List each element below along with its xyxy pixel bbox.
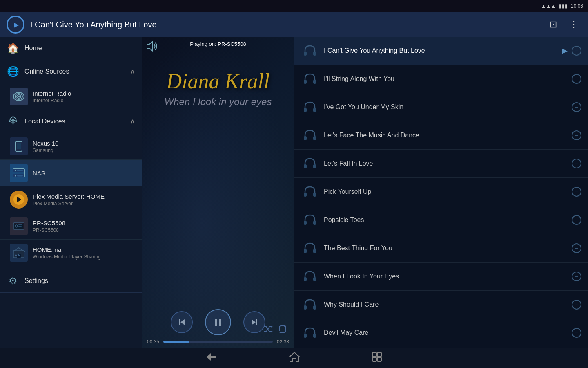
song-remove-btn-5[interactable]: −: [572, 187, 581, 197]
song-title-9: Why Should I Care: [324, 301, 567, 308]
sidebar-item-home[interactable]: 🏠 Home: [0, 37, 142, 60]
song-list: I Can't Give You Anything But Love▶− I'l…: [294, 37, 588, 348]
svg-rect-44: [304, 164, 307, 168]
svg-rect-48: [304, 221, 307, 225]
song-title-3: Let's Face The Music And Dance: [324, 132, 567, 139]
song-title-4: Let's Fall In Love: [324, 160, 567, 167]
local-devices-icon: [7, 116, 20, 127]
headphones-icon-8: [301, 267, 319, 285]
nexus10-text: Nexus 10 Samsung: [33, 140, 135, 153]
song-item-6[interactable]: Popsicle Toes−: [294, 206, 588, 234]
song-item-3[interactable]: Let's Face The Music And Dance−: [294, 121, 588, 150]
play-button-top[interactable]: [7, 16, 24, 34]
song-remove-btn-1[interactable]: −: [572, 74, 581, 84]
svg-rect-37: [313, 52, 316, 56]
sidebar-item-prsc5508[interactable]: PR-SC5508 PR-SC5508: [0, 213, 142, 240]
song-item-9[interactable]: Why Should I Care−: [294, 291, 588, 319]
song-remove-btn-8[interactable]: −: [572, 272, 581, 281]
plex-icon: [10, 191, 28, 209]
plex-text: Plex Media Server: HOME Plex Media Serve…: [33, 193, 135, 206]
internet-radio-text: Internet Radio Internet Radio: [33, 90, 135, 103]
song-remove-btn-6[interactable]: −: [572, 215, 581, 225]
svg-rect-49: [313, 221, 316, 225]
song-remove-btn-10[interactable]: −: [572, 328, 581, 338]
bottom-nav: [0, 348, 588, 368]
svg-marker-31: [271, 331, 273, 332]
sidebar-item-home-na[interactable]: WIN HOME: na: Windows Media Player Shari…: [0, 240, 142, 266]
recents-button[interactable]: [368, 348, 385, 368]
song-remove-btn-2[interactable]: −: [572, 102, 581, 112]
svg-rect-45: [313, 164, 316, 168]
sidebar-item-nas[interactable]: NAS: [0, 160, 142, 186]
svg-rect-53: [313, 277, 316, 281]
svg-point-12: [15, 175, 16, 177]
song-actions-5: −: [572, 187, 581, 197]
svg-point-11: [15, 170, 16, 171]
cast-icon[interactable]: ⊡: [546, 18, 560, 31]
sidebar-item-local-devices[interactable]: Local Devices ∧: [0, 110, 142, 133]
nas-text: NAS: [33, 170, 135, 177]
song-item-5[interactable]: Pick Yourself Up−: [294, 178, 588, 206]
menu-icon[interactable]: ⋮: [566, 18, 581, 31]
song-actions-1: −: [572, 74, 581, 84]
home-icon: 🏠: [7, 43, 20, 54]
headphones-icon-9: [301, 296, 319, 314]
sidebar-item-internet-radio[interactable]: Internet Radio Internet Radio: [0, 83, 142, 110]
svg-rect-56: [304, 334, 307, 338]
song-remove-btn-4[interactable]: −: [572, 159, 581, 168]
svg-rect-61: [210, 356, 216, 358]
online-sources-chevron: ∧: [130, 67, 135, 76]
song-item-11[interactable]: Do It Again−: [294, 347, 588, 348]
song-item-8[interactable]: When I Look In Your Eyes−: [294, 263, 588, 291]
home-na-icon: WIN: [10, 244, 28, 262]
online-sources-label: Online Sources: [24, 68, 125, 75]
sidebar-item-plex[interactable]: Plex Media Server: HOME Plex Media Serve…: [0, 186, 142, 213]
song-title-5: Pick Yourself Up: [324, 188, 567, 195]
svg-point-7: [18, 150, 19, 150]
headphones-icon-7: [301, 239, 319, 257]
svg-rect-54: [304, 305, 307, 310]
svg-rect-52: [304, 277, 307, 281]
home-na-text: HOME: na: Windows Media Player Sharing: [33, 246, 135, 260]
svg-rect-63: [377, 352, 381, 357]
main-layout: 🏠 Home 🌐 Online Sources ∧ Internet Radio…: [0, 37, 588, 348]
song-item-2[interactable]: I've Got You Under My Skin−: [294, 93, 588, 121]
song-item-10[interactable]: Devil May Care−: [294, 319, 588, 347]
artist-name: Diana Krall: [142, 70, 294, 93]
wifi-icon: ▲▲▲: [541, 3, 556, 9]
song-item-1[interactable]: I'll String Along With You−: [294, 65, 588, 93]
svg-rect-20: [18, 226, 22, 227]
song-remove-btn-3[interactable]: −: [572, 130, 581, 140]
headphones-icon-4: [301, 155, 319, 173]
sidebar-item-settings[interactable]: ⚙ Settings: [0, 269, 142, 293]
svg-text:WIN: WIN: [15, 254, 20, 256]
sidebar: 🏠 Home 🌐 Online Sources ∧ Internet Radio…: [0, 37, 142, 348]
song-remove-btn-9[interactable]: −: [572, 300, 581, 310]
sidebar-item-nexus10[interactable]: Nexus 10 Samsung: [0, 133, 142, 160]
back-button[interactable]: [203, 349, 220, 367]
svg-rect-46: [304, 193, 307, 197]
online-sources-icon: 🌐: [7, 66, 20, 77]
song-title-1: I'll String Along With You: [324, 75, 567, 83]
shuffle-icon[interactable]: [263, 325, 273, 335]
song-play-icon-0[interactable]: ▶: [562, 46, 568, 55]
svg-rect-64: [372, 357, 376, 361]
sidebar-item-online-sources[interactable]: 🌐 Online Sources ∧: [0, 60, 142, 83]
song-title-0: I Can't Give You Anything But Love: [324, 47, 557, 54]
svg-rect-13: [17, 170, 23, 171]
repeat-icon[interactable]: [278, 325, 287, 335]
song-remove-btn-7[interactable]: −: [572, 243, 581, 253]
song-remove-btn-0[interactable]: −: [572, 46, 581, 56]
svg-rect-6: [17, 143, 21, 149]
home-nav-button[interactable]: [286, 348, 303, 368]
svg-marker-33: [279, 332, 281, 333]
song-item-7[interactable]: The Best Thing For You−: [294, 234, 588, 263]
settings-icon: ⚙: [7, 275, 20, 287]
prsc5508-text: PR-SC5508 PR-SC5508: [33, 220, 135, 233]
svg-rect-36: [304, 52, 307, 56]
svg-rect-38: [304, 80, 307, 84]
battery-icon: ▮▮▮: [559, 3, 568, 9]
song-item-4[interactable]: Let's Fall In Love−: [294, 150, 588, 178]
svg-rect-51: [313, 249, 316, 253]
song-item-0[interactable]: I Can't Give You Anything But Love▶−: [294, 37, 588, 65]
